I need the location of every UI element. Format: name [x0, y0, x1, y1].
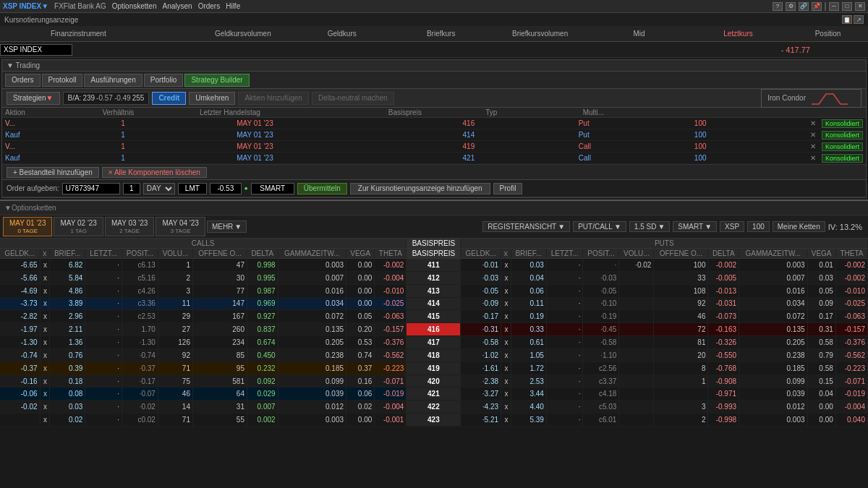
- strike-cell[interactable]: 422: [407, 401, 461, 414]
- umkehren-button[interactable]: Umkehren: [189, 92, 235, 105]
- tab-orders[interactable]: Orders: [5, 74, 41, 87]
- put-ask: 0.33: [511, 323, 546, 336]
- meine-ketten-button[interactable]: Meine Ketten: [773, 221, 825, 232]
- put-ask: 1.72: [511, 361, 546, 374]
- strike-cell[interactable]: 414: [407, 297, 461, 310]
- delta-neutral-button[interactable]: Delta-neutral machen: [312, 92, 394, 105]
- table-row[interactable]: -5.66 x 5.84 · c5.16 2 30 0.995 0.007 0.…: [0, 271, 868, 284]
- trading-section: ▼ Trading Orders Protokoll Ausführungen …: [1, 59, 867, 198]
- menu-orders[interactable]: Orders: [198, 2, 221, 10]
- put-x: x: [501, 374, 511, 388]
- strike-cell[interactable]: 413: [407, 284, 461, 297]
- ph-posit: POSIT...: [583, 249, 619, 259]
- settings-icon[interactable]: ⚙: [786, 2, 796, 11]
- put-pos: ·0.45: [583, 323, 619, 336]
- call-pos: ·0.17: [122, 374, 158, 388]
- delete-all-button[interactable]: × Alle Komponenten löschen: [102, 167, 207, 178]
- add-to-quote-button[interactable]: Zur Kursnotierungsanzeige hinzufügen: [350, 183, 490, 194]
- strike-cell[interactable]: 415: [407, 310, 461, 323]
- putcall-button[interactable]: PUT/CALL ▼: [573, 221, 626, 232]
- strike-cell[interactable]: 418: [407, 348, 461, 361]
- menu-analysen[interactable]: Analysen: [163, 2, 192, 10]
- xsp-input[interactable]: [0, 44, 72, 56]
- table-row[interactable]: -2.82 x 2.96 · c2.53 29 167 0.927 0.072 …: [0, 310, 868, 323]
- put-last: ·: [546, 414, 583, 427]
- table-row[interactable]: -1.97 x 2.11 · 1.70 27 260 0.837 0.135 0…: [0, 323, 868, 336]
- table-row[interactable]: x 0.02 · c0.02 71 55 0.002 0.003 0.00 -0…: [0, 414, 868, 427]
- maximize-button[interactable]: □: [842, 2, 852, 11]
- strike-cell[interactable]: 416: [407, 323, 461, 336]
- table-row[interactable]: -3.73 x 3.89 · c3.36 11 147 0.969 0.034 …: [0, 297, 868, 310]
- pin-icon[interactable]: 📌: [812, 2, 822, 11]
- tab-protokoll[interactable]: Protokoll: [42, 74, 83, 87]
- table-row[interactable]: -0.06 x 0.08 · ·0.07 46 64 0.029 0.039 0…: [0, 388, 868, 401]
- title-icon2[interactable]: ↗: [854, 15, 864, 24]
- brand-label[interactable]: XSP INDEX▼: [3, 2, 48, 10]
- table-row[interactable]: -0.16 x 0.18 · ·0.17 75 581 0.092 0.099 …: [0, 374, 868, 388]
- expiry-tab-3[interactable]: MAY 04 '23 3 TAGE: [156, 217, 205, 237]
- submit-button[interactable]: Übermitteln: [297, 183, 347, 194]
- col-finanzinstrument: Finanzinstrument: [0, 30, 193, 38]
- pos-date-3: MAY 01 '23: [237, 154, 456, 162]
- price-input[interactable]: [210, 183, 242, 194]
- smart-button[interactable]: SMART ▼: [673, 221, 717, 232]
- qty-input[interactable]: [123, 183, 140, 194]
- credit-button[interactable]: Credit: [152, 92, 186, 105]
- table-row[interactable]: -0.37 x 0.39 · ·0.37 71 95 0.232 0.185 0…: [0, 361, 868, 374]
- expiry-tab-0[interactable]: MAY 01 '23 0 TAGE: [3, 217, 52, 237]
- mehr-button[interactable]: MEHR ▼: [207, 221, 247, 233]
- strike-cell[interactable]: 412: [407, 271, 461, 284]
- strategien-button[interactable]: Strategien ▼: [7, 92, 60, 105]
- strike-cell[interactable]: 417: [407, 336, 461, 349]
- order-type-input[interactable]: [178, 183, 207, 194]
- menu-hilfe[interactable]: Hilfe: [226, 2, 240, 10]
- put-bid: ·4.23: [461, 401, 501, 414]
- title-icon1[interactable]: 📋: [842, 15, 852, 24]
- pos-x-3[interactable]: ✕: [810, 154, 816, 162]
- aktien-button[interactable]: Aktien hinzufügen: [238, 92, 309, 105]
- minimize-button[interactable]: ─: [829, 2, 839, 11]
- add-component-button[interactable]: + Bestandteil hinzufügen: [7, 167, 99, 178]
- pos-x-1[interactable]: ✕: [810, 131, 816, 139]
- link-icon[interactable]: 🔗: [799, 2, 809, 11]
- puts-section-header: PUTS: [461, 239, 868, 249]
- account-id-input[interactable]: [62, 183, 120, 194]
- pos-x-2[interactable]: ✕: [810, 142, 816, 150]
- xsp-button[interactable]: XSP: [720, 221, 744, 232]
- strike-cell[interactable]: 423: [407, 414, 461, 427]
- pos-x-0[interactable]: ✕: [810, 119, 816, 127]
- put-pos: ·: [583, 259, 619, 272]
- call-x: x: [40, 374, 50, 388]
- put-delta: -0.031: [708, 297, 739, 310]
- ch-letzt: LETZT...: [85, 249, 122, 259]
- profile-button[interactable]: Profil: [493, 183, 523, 194]
- tab-portfolio[interactable]: Portfolio: [144, 74, 184, 87]
- order-row: Order aufgeben: DAY GTC ● Übermitteln Zu…: [2, 180, 866, 197]
- strike-cell[interactable]: 411: [407, 259, 461, 272]
- table-row[interactable]: -0.74 x 0.76 · ·0.74 92 85 0.450 0.238 0…: [0, 348, 868, 361]
- put-last: ·: [546, 374, 583, 388]
- table-row[interactable]: -1.30 x 1.36 · ·1.30 126 234 0.674 0.205…: [0, 336, 868, 349]
- time-in-force-select[interactable]: DAY GTC: [143, 183, 175, 194]
- tab-strategy-builder[interactable]: Strategy Builder: [184, 74, 249, 87]
- pos-strike-2: 419: [463, 142, 573, 150]
- put-delta: -0.908: [708, 374, 739, 388]
- menu-optionsketten[interactable]: Optionsketten: [112, 2, 157, 10]
- expiry-tab-1[interactable]: MAY 02 '23 1 TAG: [54, 217, 103, 237]
- strike-cell[interactable]: 419: [407, 361, 461, 374]
- sd-button[interactable]: 1.5 SD ▼: [629, 221, 670, 232]
- close-button[interactable]: ✕: [855, 2, 865, 11]
- put-vol: [619, 348, 654, 361]
- qty-button[interactable]: 100: [747, 221, 770, 232]
- exchange-input[interactable]: [251, 183, 294, 194]
- table-row[interactable]: -6.65 x 6.82 · c6.13 1 47 0.998 0.003 0.…: [0, 259, 868, 272]
- help-button[interactable]: ?: [773, 2, 783, 11]
- tab-ausfuhrungen[interactable]: Ausführungen: [84, 74, 142, 87]
- call-theta: -0.071: [375, 374, 407, 388]
- table-row[interactable]: -4.69 x 4.86 · c4.26 3 77 0.987 0.016 0.…: [0, 284, 868, 297]
- strike-cell[interactable]: 421: [407, 388, 461, 401]
- table-row[interactable]: -0.02 x 0.03 · ·0.02 14 31 0.007 0.012 0…: [0, 401, 868, 414]
- expiry-tab-2[interactable]: MAY 03 '23 2 TAGE: [105, 217, 154, 237]
- strike-cell[interactable]: 420: [407, 374, 461, 388]
- registeransicht-button[interactable]: REGISTERANSICHT ▼: [482, 221, 570, 232]
